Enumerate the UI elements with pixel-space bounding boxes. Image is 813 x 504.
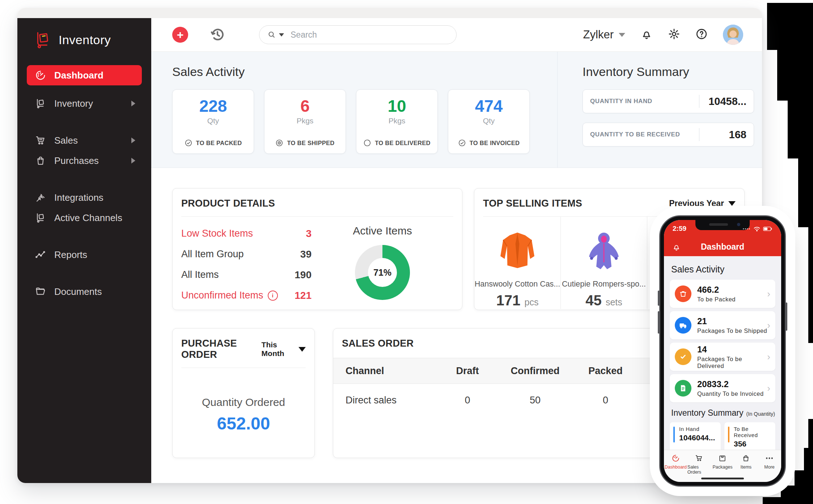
folder-icon [35, 286, 46, 297]
accent-bar [673, 427, 675, 442]
sales-activity-card-to-be-shipped[interactable]: 6 Pkgs TO BE SHIPPED [264, 89, 346, 154]
sidebar-item-purchases[interactable]: Purchases [27, 151, 142, 171]
phone-notch [695, 220, 750, 230]
search-bar[interactable] [259, 25, 457, 44]
phone-mockup: 2:59 •••• Dashbo [659, 215, 786, 487]
metric-value: 10 [388, 96, 406, 116]
row-value: 121 [295, 290, 312, 301]
metric-value: 228 [199, 96, 227, 116]
top-selling-filter-dropdown[interactable]: Previous Year [669, 199, 736, 208]
page-canvas: Inventory Dashboard Inventory [0, 0, 813, 504]
tab-packages[interactable]: Packages [711, 454, 734, 470]
info-icon[interactable]: i [268, 291, 278, 301]
chevron-right-icon [131, 158, 135, 164]
top-selling-item[interactable]: Hanswooly Cotton Cas... 171 pcs [474, 217, 561, 309]
sidebar-item-label: Active Channels [54, 212, 122, 224]
status-time: 2:59 [673, 225, 686, 233]
quantity-in-hand-box[interactable]: QUANTITY IN HAND 10458... [583, 89, 754, 113]
tab-more[interactable]: More [758, 454, 781, 470]
sidebar-item-integrations[interactable]: Integrations [27, 187, 142, 208]
column-header[interactable]: Confirmed [499, 358, 572, 384]
sales-activity-card-to-be-packed[interactable]: 228 Qty TO BE PACKED [172, 89, 254, 154]
bag-icon [741, 454, 750, 463]
app-logo[interactable]: Inventory [17, 27, 151, 49]
check-circle-icon [185, 139, 192, 147]
recent-history-button[interactable] [209, 26, 226, 43]
quantity-ordered-value: 652.00 [217, 414, 270, 433]
row-label: Low Stock Items [181, 228, 253, 239]
sidebar-item-label: Dashboard [54, 70, 103, 81]
sidebar-item-sales[interactable]: Sales [27, 130, 142, 151]
phone-in-hand-card[interactable]: In Hand 1046044... [670, 422, 721, 450]
chevron-right-icon [131, 101, 135, 106]
truck-icon [675, 317, 691, 334]
sidebar-item-reports[interactable]: Reports [27, 245, 142, 265]
metric-value: 474 [475, 96, 503, 116]
home-indicator[interactable] [701, 478, 744, 479]
search-input[interactable] [290, 30, 448, 40]
row-value: 3 [306, 228, 312, 240]
org-switcher[interactable]: Zylker [583, 28, 625, 41]
sidebar: Inventory Dashboard Inventory [17, 18, 151, 483]
unconfirmed-items-row[interactable]: Unconfirmed Items i 121 [181, 285, 312, 306]
bell-icon[interactable] [672, 242, 681, 251]
sales-activity-card-to-be-delivered[interactable]: 10 Pkgs TO BE DELIVERED [356, 89, 438, 154]
all-items-row[interactable]: All Items 190 [181, 264, 312, 285]
phone-card-to-be-packed[interactable]: 466.2 To be Packed › [670, 280, 775, 308]
phone-card-to-be-shipped[interactable]: 21 Packages To be Shipped › [670, 311, 775, 339]
column-header[interactable]: Draft [436, 358, 499, 384]
donut-percent-label: 71% [373, 267, 391, 278]
sidebar-item-inventory[interactable]: Inventory [27, 93, 142, 114]
sidebar-item-documents[interactable]: Documents [27, 281, 142, 302]
row-value: 39 [300, 249, 312, 260]
filter-label: This Month [262, 340, 294, 358]
question-circle-icon [695, 28, 708, 40]
metric-value: 466.2 [697, 285, 736, 295]
column-header[interactable]: Channel [333, 358, 436, 384]
top-selling-item[interactable]: Cutiepie Rompers-spo... 45 sets [561, 217, 647, 309]
search-scope-caret-icon[interactable] [279, 33, 284, 37]
line-chart-icon [35, 249, 46, 261]
sidebar-item-active-channels[interactable]: Active Channels [27, 208, 142, 228]
all-item-group-row[interactable]: All Item Group 39 [181, 244, 312, 264]
settings-button[interactable] [668, 28, 680, 42]
quick-create-button[interactable]: + [172, 27, 188, 43]
section-divider [557, 52, 558, 168]
sales-activity-card-to-be-invoiced[interactable]: 474 Qty TO BE INVOICED [448, 89, 530, 154]
product-qty: 45 [585, 292, 602, 308]
decor-step [808, 3, 813, 343]
chevron-right-icon: › [767, 383, 770, 394]
low-stock-items-row[interactable]: Low Stock Items 3 [181, 223, 312, 244]
metric-label: TO BE DELIVERED [375, 140, 431, 147]
bell-icon [640, 28, 653, 40]
product-image-cardigan [494, 224, 541, 278]
quantity-to-be-received-box[interactable]: QUANTITY TO BE RECEIVED 168 [583, 123, 754, 147]
app-window: Inventory Dashboard Inventory [17, 8, 762, 483]
invoice-icon [675, 380, 691, 397]
sidebar-item-dashboard[interactable]: Dashboard [27, 65, 142, 85]
cart-icon [695, 454, 704, 463]
phone-card-to-be-delivered[interactable]: 14 Packages To be Delivered › [670, 343, 775, 371]
check-badge-icon [675, 348, 691, 365]
column-header[interactable]: Packed [572, 358, 639, 384]
target-circle-icon [275, 139, 283, 147]
inventory-summary-title: Inventory Summary [583, 65, 689, 79]
sidebar-item-label: Documents [54, 286, 102, 297]
mini-value: 1046044... [679, 433, 716, 442]
tab-items[interactable]: Items [734, 454, 758, 470]
phone-card-to-be-invoiced[interactable]: 20833.2 Quantity To be Invoiced › [670, 374, 775, 402]
notifications-button[interactable] [640, 28, 653, 42]
metric-label: Packages To be Shipped [697, 327, 767, 334]
phone-to-be-received-card[interactable]: To Be Received 356 [724, 422, 775, 450]
accent-bar [728, 427, 729, 442]
metric-unit: Pkgs [297, 117, 314, 125]
help-button[interactable] [695, 28, 708, 42]
app-logo-text: Inventory [59, 33, 111, 47]
user-avatar[interactable] [723, 25, 743, 45]
tab-dashboard[interactable]: Dashboard [664, 454, 687, 470]
tab-sales-orders[interactable]: Sales Orders [687, 454, 711, 475]
purchase-order-filter-dropdown[interactable]: This Month [262, 340, 306, 358]
sidebar-item-label: Sales [54, 135, 78, 146]
phone-body: Sales Activity 466.2 To be Packed › [664, 256, 781, 450]
card-title: PURCHASE ORDER [181, 338, 262, 360]
